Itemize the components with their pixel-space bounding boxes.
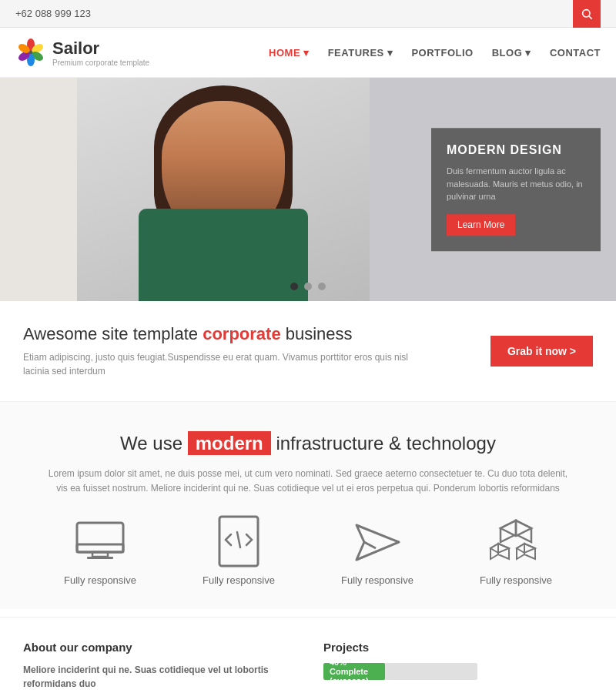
infra-title-highlight: modern: [188, 431, 271, 455]
logo-title: Sailor: [52, 38, 149, 59]
portrait-body: [139, 209, 308, 301]
svg-rect-10: [77, 544, 123, 552]
about-col: About our company Meliore inciderint qui…: [23, 641, 293, 693]
infra-title: We use modern infrastructure & technolog…: [23, 433, 593, 454]
infra-section: We use modern infrastructure & technolog…: [0, 402, 616, 609]
logo-area[interactable]: Sailor Premium corporate template: [15, 37, 149, 68]
svg-rect-9: [77, 523, 123, 552]
promo-headline-end: business: [281, 324, 353, 343]
feature-responsive-4: Fully responsive: [470, 519, 562, 586]
header: Sailor Premium corporate template HOME ▾…: [0, 28, 616, 78]
search-button[interactable]: [573, 0, 601, 28]
feature-responsive-3: Fully responsive: [331, 519, 424, 586]
monitor-icon-wrap: [73, 519, 127, 565]
promo-headline: Awesome site template corporate business: [23, 324, 424, 344]
feature-responsive-2: Fully responsive: [192, 519, 285, 586]
send-icon-wrap: [350, 519, 404, 565]
projects-title: Projects: [323, 641, 593, 654]
svg-point-0: [583, 9, 590, 16]
promo-headline-start: Awesome site template: [23, 324, 203, 343]
nav-contact[interactable]: CONTACT: [550, 47, 601, 59]
svg-rect-12: [87, 557, 113, 559]
nav-portfolio[interactable]: PORTFOLIO: [411, 47, 473, 59]
main-nav: HOME ▾ FEATURES ▾ PORTFOLIO BLOG ▾ CONTA…: [269, 47, 601, 59]
svg-line-16: [364, 542, 376, 548]
infra-title-end: infrastructure & technology: [271, 433, 496, 454]
svg-marker-25: [517, 544, 535, 553]
infra-title-start: We use: [120, 433, 188, 454]
svg-marker-22: [490, 544, 509, 553]
feature-responsive-1: Fully responsive: [54, 519, 146, 586]
slider-dots: [290, 283, 326, 290]
promo-description: Etiam adipiscing, justo quis feugiat.Sus…: [23, 350, 424, 378]
learn-more-button[interactable]: Learn More: [447, 214, 515, 236]
svg-marker-15: [357, 525, 399, 560]
logo-subtitle: Premium corporate template: [52, 59, 149, 67]
nav-home[interactable]: HOME ▾: [269, 47, 310, 59]
blocks-icon-wrap: [489, 519, 543, 565]
svg-line-14: [237, 532, 240, 547]
logo-icon: [15, 37, 46, 68]
search-icon: [581, 8, 593, 20]
send-icon: [353, 521, 403, 564]
monitor-icon: [73, 521, 127, 564]
bottom-section: About our company Meliore inciderint qui…: [0, 617, 616, 693]
promo-strip: Awesome site template corporate business…: [0, 301, 616, 402]
progress-label: 40% Complete (success): [330, 663, 385, 680]
nav-blog[interactable]: BLOG ▾: [492, 47, 531, 59]
dot-3[interactable]: [318, 283, 326, 290]
phone-number: +62 088 999 123: [15, 8, 91, 19]
feature-label-4: Fully responsive: [480, 574, 552, 586]
code-icon-wrap: [212, 519, 266, 565]
dot-2[interactable]: [304, 283, 312, 290]
dot-1[interactable]: [290, 283, 298, 290]
hero-card-text: Duis fermentum auctor ligula ac malesuad…: [447, 165, 585, 203]
infra-description: Lorem ipsum dolor sit amet, ne duis poss…: [46, 467, 570, 496]
feature-label-3: Fully responsive: [341, 574, 413, 586]
features-grid: Fully responsive Fully responsive: [23, 519, 593, 586]
feature-label-1: Fully responsive: [64, 574, 136, 586]
progress-bar-fill: 40% Complete (success): [323, 663, 385, 680]
promo-headline-highlight: corporate: [203, 324, 280, 343]
hero-card-title: MODERN DESIGN: [447, 143, 585, 157]
logo-text: Sailor Premium corporate template: [52, 38, 149, 67]
progress-bar-wrap: 40% Complete (success): [323, 663, 477, 680]
about-text: Meliore inciderint qui ne. Suas cotidieq…: [23, 663, 293, 691]
nav-features[interactable]: FEATURES ▾: [328, 47, 393, 59]
hero-slider: MODERN DESIGN Duis fermentum auctor ligu…: [0, 78, 616, 301]
svg-rect-11: [92, 552, 108, 557]
about-title: About our company: [23, 641, 293, 654]
projects-col: Projects 40% Complete (success): [323, 641, 593, 693]
grab-button[interactable]: Grab it now >: [490, 336, 593, 367]
hero-card: MODERN DESIGN Duis fermentum auctor ligu…: [431, 128, 601, 251]
feature-label-2: Fully responsive: [203, 574, 275, 586]
blocks-icon: [489, 519, 543, 565]
svg-line-1: [589, 16, 592, 19]
hero-portrait: [77, 78, 370, 301]
topbar: +62 088 999 123: [0, 0, 616, 28]
code-icon: [216, 515, 262, 569]
promo-text: Awesome site template corporate business…: [23, 324, 424, 378]
